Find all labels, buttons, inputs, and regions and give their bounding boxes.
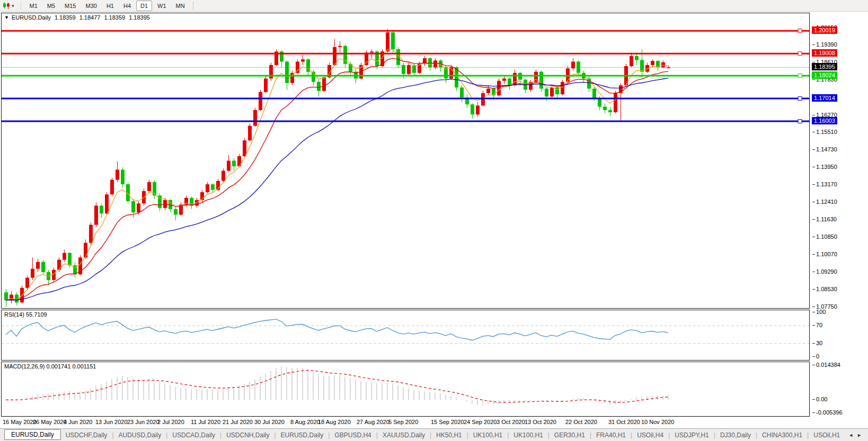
date-axis-label: 23 Jun 2020: [127, 419, 160, 425]
symbol-tab-hk50-h1[interactable]: HK50,H1: [431, 430, 467, 440]
date-axis-label: 15 Sep 2020: [431, 419, 464, 425]
date-axis-label: 10 Nov 2020: [641, 419, 674, 425]
symbol-tab-usdcad-daily[interactable]: USDCAD,Daily: [167, 430, 220, 440]
symbol-tab-eurusd-daily[interactable]: EURUSD,Daily: [276, 430, 329, 440]
rsi-axis-tick: 0: [816, 353, 819, 359]
resistance-price-tag: 1.20019: [812, 26, 837, 34]
collapse-triangle-icon[interactable]: ▼: [4, 15, 9, 20]
symbol-tab-usdchf-daily[interactable]: USDCHF,Daily: [61, 430, 112, 440]
date-axis-label: 27 Aug 2020: [357, 419, 389, 425]
line-handle: [798, 74, 802, 78]
date-axis-label: 3 Oct 2020: [497, 419, 525, 425]
timeframe-button-d1[interactable]: D1: [136, 1, 152, 11]
moving-averages: [6, 49, 668, 300]
line-handle: [798, 97, 802, 101]
date-axis-label: 24 Sep 2020: [464, 419, 497, 425]
symbol-tab-fra40-h1[interactable]: FRA40,H1: [591, 430, 631, 440]
price-axis-tick: 1.10070: [816, 251, 837, 257]
candlestick-chart-icon: [3, 2, 11, 10]
symbol-tab-china300-h1[interactable]: CHINA300,H1: [757, 430, 807, 440]
symbol-period-label: EURUSD,Daily: [12, 14, 51, 21]
symbol-tab-eurusd-daily[interactable]: EURUSD,Daily: [4, 429, 61, 440]
symbol-tab-uk100-h1[interactable]: UK100,H1: [468, 430, 507, 440]
date-axis[interactable]: 16 May 202026 May 20204 Jun 202013 Jun 2…: [0, 417, 868, 428]
timeframe-button-m15[interactable]: M15: [60, 1, 80, 11]
date-axis-label: 16 May 2020: [3, 419, 37, 425]
date-axis-label: 8 Aug 2020: [290, 419, 320, 425]
macd-label: MACD(12,26,9) 0.001741 0.001151: [4, 363, 96, 370]
rsi-axis-tick: 70: [816, 322, 822, 328]
candles: [4, 29, 670, 307]
MA-slow-line: [6, 78, 668, 300]
timeframe-button-mn[interactable]: MN: [172, 1, 189, 11]
date-axis-label: 30 Jul 2020: [254, 419, 285, 425]
rsi-axis[interactable]: 10070300: [811, 310, 868, 361]
trading-terminal-window: ▾ M1M5M15M30H1H4D1W1MN ▼ EURUSD,Daily 1.…: [0, 0, 868, 441]
toolbar-grip-handle[interactable]: [20, 2, 22, 10]
symbol-tab-dj30-daily[interactable]: DJ30,Daily: [715, 430, 756, 440]
chevron-down-icon: ▾: [12, 3, 14, 8]
symbol-tab-ger30-h1[interactable]: GER30,H1: [550, 430, 590, 440]
date-axis-label: 11 Jul 2020: [191, 419, 220, 425]
macd-axis[interactable]: 0.0143840.00-0.005396: [811, 362, 868, 417]
MA-fast-line: [6, 49, 668, 300]
date-axis-label: 26 May 2020: [33, 419, 67, 425]
ohlc-low: 1.18359: [104, 14, 125, 21]
rsi-indicator-pane[interactable]: RSI(14) 55.7109: [1, 310, 810, 361]
ohlc-close: 1.18395: [129, 14, 150, 21]
timeframe-button-h1[interactable]: H1: [102, 1, 118, 11]
MA-medium-line: [6, 58, 668, 300]
date-axis-label: 2 Jul 2020: [157, 419, 184, 425]
current-price-tag: 1.18395: [812, 63, 837, 70]
timeframe-button-m1[interactable]: M1: [25, 1, 42, 11]
date-axis-label: 18 Aug 2020: [318, 419, 351, 425]
rsi-canvas[interactable]: [2, 310, 809, 360]
rsi-axis-tick: 30: [816, 340, 822, 346]
price-axis-tick: 1.11630: [816, 216, 837, 222]
symbol-tab-xauusd-daily[interactable]: XAUUSD,Daily: [378, 430, 430, 440]
timeframe-button-m30[interactable]: M30: [82, 1, 101, 11]
symbol-tab-usdcnh-daily[interactable]: USDCNH,Daily: [222, 430, 274, 440]
price-axis-tick: 1.12410: [816, 199, 837, 205]
date-axis-label: 22 Oct 2020: [565, 419, 597, 425]
rsi-line: [6, 319, 668, 340]
macd-indicator-pane[interactable]: MACD(12,26,9) 0.001741 0.001151: [1, 362, 810, 417]
line-handle: [798, 52, 802, 56]
support-price-tag: 1.16003: [812, 117, 837, 124]
price-axis-tick: 1.09290: [816, 268, 837, 275]
timeframe-button-h4[interactable]: H4: [119, 1, 135, 11]
resistance-price-tag: 1.19008: [812, 49, 837, 57]
symbol-tab-usoil-h4[interactable]: USOil,H4: [632, 430, 668, 440]
symbol-tab-uk100-h1[interactable]: UK100,H1: [509, 430, 547, 440]
date-axis-label: 13 Jun 2020: [95, 419, 128, 425]
ohlc-open: 1.18359: [55, 14, 76, 21]
chart-type-button[interactable]: ▾: [1, 1, 16, 11]
symbol-tab-usoil-h1[interactable]: USOil,H1: [809, 430, 845, 440]
main-chart-pane[interactable]: ▼ EURUSD,Daily 1.18359 1.18477 1.18359 1…: [1, 13, 810, 309]
price-axis-tick: 1.15510: [816, 129, 837, 135]
timeframe-toolbar: ▾ M1M5M15M30H1H4D1W1MN: [0, 0, 868, 12]
rsi-axis-tick: 100: [816, 309, 826, 315]
chart-header: ▼ EURUSD,Daily 1.18359 1.18477 1.18359 1…: [4, 14, 154, 21]
price-axis-tick: 1.10850: [816, 233, 837, 240]
symbol-tab-audusd-daily[interactable]: AUDUSD,Daily: [114, 430, 166, 440]
support-resistance-lines[interactable]: [2, 29, 809, 123]
macd-axis-tick: 0.014384: [816, 362, 840, 368]
price-axis-tick: 1.13950: [816, 164, 837, 170]
date-axis-label: 4 Jun 2020: [64, 419, 92, 425]
symbol-tab-gbpusd-h4[interactable]: GBPUSD,H4: [330, 430, 376, 440]
macd-canvas[interactable]: [2, 362, 809, 416]
price-axis-tick: 1.19390: [816, 41, 837, 48]
date-axis-label: 5 Sep 2020: [388, 419, 418, 425]
timeframe-button-w1[interactable]: W1: [153, 1, 171, 11]
date-axis-label: 31 Oct 2020: [608, 419, 640, 425]
line-handle: [798, 120, 802, 123]
rsi-label: RSI(14) 55.7109: [4, 311, 47, 318]
price-axis[interactable]: 1.201501.193901.186101.178301.170501.162…: [811, 13, 868, 309]
tabs-scroll-left-icon[interactable]: ◄: [848, 433, 853, 438]
timeframe-button-m5[interactable]: M5: [43, 1, 59, 11]
symbol-tab-usdjpy-h1[interactable]: USDJPY,H1: [670, 430, 713, 440]
main-chart-canvas[interactable]: [2, 13, 809, 308]
tabs-scroll-right-icon[interactable]: ►: [857, 433, 862, 438]
price-axis-tick: 1.14730: [816, 146, 837, 152]
